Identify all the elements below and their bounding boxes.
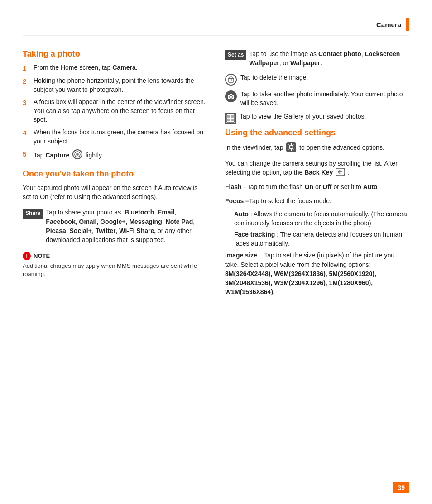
note-title: ! NOTE (23, 252, 207, 260)
step1-bold: Camera (112, 64, 135, 71)
adv-options: Flash - Tap to turn the flash On or Off … (225, 182, 409, 296)
steps-list: 1 From the Home screen, tap Camera. 2 Ho… (23, 63, 207, 162)
once-intro: Your captured photo will appear on the s… (23, 183, 207, 202)
capture-icon (72, 149, 82, 162)
camera-text: Tap to take another photo immediately. Y… (240, 90, 409, 108)
advanced-title: Using the advanced settings (225, 128, 409, 138)
adv-body: You can change the camera settings by sc… (225, 159, 409, 178)
share-block: Share Tap to share your photo as, Blueto… (23, 208, 207, 244)
page-container: Camera Taking a photo 1 From the Home sc… (0, 0, 432, 504)
adv-intro: In the viewfinder, tap (225, 142, 409, 154)
taking-photo-title: Taking a photo (23, 49, 207, 59)
focus-option: Focus –Tap to select the focus mode. (225, 196, 409, 205)
advanced-section: Using the advanced settings In the viewf… (225, 128, 409, 297)
delete-row: Tap to delete the image. (225, 73, 409, 86)
note-icon: ! (23, 252, 31, 260)
setas-badge: Set as (225, 50, 246, 60)
camera-row: Tap to take another photo immediately. Y… (225, 90, 409, 108)
gallery-row: Tap to view the Gallery of your saved ph… (225, 112, 409, 124)
page-header: Camera (23, 18, 409, 36)
flash-option: Flash - Tap to turn the flash On or Off … (225, 182, 409, 191)
image-size-option: Image size – Tap to set the size (in pix… (225, 251, 409, 296)
delete-icon (225, 74, 237, 86)
note-block: ! NOTE Additional charges may apply when… (23, 252, 207, 278)
back-key-icon (336, 168, 345, 178)
header-bar (406, 18, 409, 31)
once-title: Once you've taken the photo (23, 169, 207, 179)
header-title: Camera (376, 21, 401, 29)
step-3: 3 A focus box will appear in the center … (23, 98, 207, 124)
camera-icon (225, 90, 237, 102)
right-column: Set as Tap to use the image as Contact p… (225, 49, 409, 301)
gear-icon (286, 142, 296, 154)
left-column: Taking a photo 1 From the Home screen, t… (23, 49, 207, 301)
gallery-text: Tap to view the Gallery of your saved ph… (240, 112, 366, 121)
setas-block: Set as Tap to use the image as Contact p… (225, 49, 409, 68)
svg-rect-15 (231, 119, 234, 121)
svg-rect-5 (230, 77, 232, 78)
step-1: 1 From the Home screen, tap Camera. (23, 63, 207, 73)
note-text: Additional charges may apply when MMS me… (23, 262, 207, 278)
step-5: 5 Tap Capture lightly. (23, 149, 207, 162)
svg-point-2 (76, 153, 79, 156)
setas-text: Tap to use the image as Contact photo, L… (249, 49, 409, 68)
face-sub: Face tracking : The camera detects and f… (234, 230, 409, 248)
delete-text: Tap to delete the image. (240, 73, 308, 82)
svg-rect-13 (231, 115, 234, 118)
share-badge: Share (23, 209, 43, 218)
svg-rect-3 (229, 78, 233, 82)
svg-rect-12 (227, 115, 230, 118)
svg-rect-14 (227, 119, 230, 121)
share-text: Tap to share your photo as, Bluetooth, E… (46, 208, 207, 244)
gallery-icon (225, 113, 236, 124)
auto-sub: Auto : Allows the camera to focus automa… (234, 210, 409, 228)
content-area: Taking a photo 1 From the Home screen, t… (23, 49, 409, 301)
svg-rect-10 (230, 94, 232, 95)
step-4: 4 When the focus box turns green, the ca… (23, 128, 207, 146)
step-2: 2 Holding the phone horizontally, point … (23, 76, 207, 94)
page-number: 39 (393, 482, 409, 493)
